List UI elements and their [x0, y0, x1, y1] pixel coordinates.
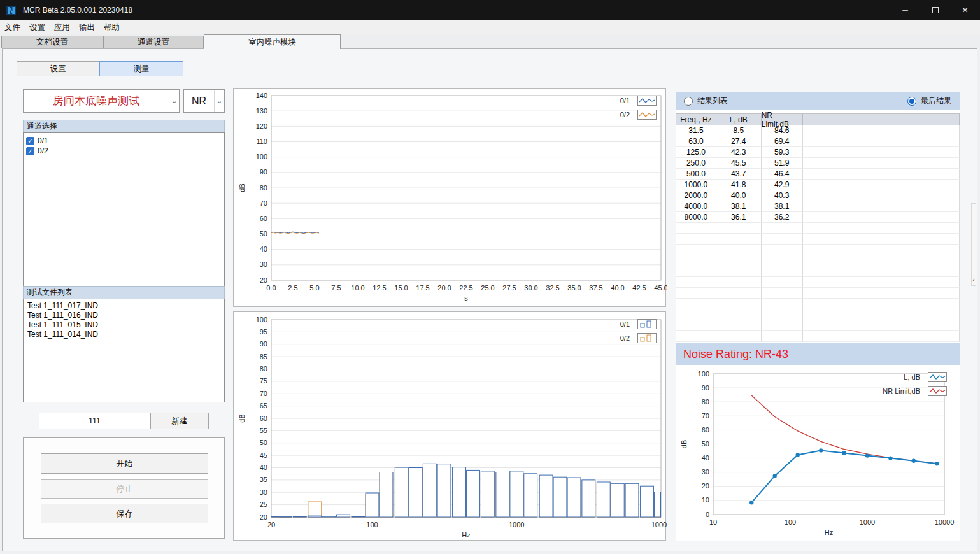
- file-list-item[interactable]: Test 1_111_016_IND: [24, 311, 224, 321]
- results-table: Freq., HzL, dBNR Limit,dB 31.58.584.663.…: [676, 113, 960, 341]
- table-header-cell: [897, 114, 960, 125]
- chevron-down-icon[interactable]: ⌄: [214, 90, 224, 112]
- close-icon: ✕: [962, 6, 968, 15]
- close-button[interactable]: ✕: [950, 0, 980, 20]
- channel-list: ✓0/1✓0/2: [23, 132, 225, 287]
- start-button[interactable]: 开始: [41, 453, 208, 474]
- svg-text:45: 45: [260, 451, 267, 459]
- file-name-input[interactable]: [39, 413, 150, 429]
- file-list-item[interactable]: Test 1_111_017_IND: [24, 302, 224, 311]
- channel-label: 0/2: [38, 146, 48, 155]
- radio-last-result[interactable]: 最后结果: [907, 96, 951, 106]
- menu-item-apply[interactable]: 应用: [50, 20, 75, 34]
- minimize-button[interactable]: ─: [890, 0, 920, 20]
- svg-text:10000: 10000: [935, 518, 955, 526]
- table-row: [676, 288, 960, 299]
- svg-text:32.5: 32.5: [546, 284, 559, 292]
- radio-label: 最后结果: [921, 96, 951, 106]
- svg-text:85: 85: [260, 353, 267, 360]
- legend-entry: 0/2: [620, 110, 657, 120]
- table-cell: [716, 277, 762, 288]
- chevron-left-icon: ‹: [972, 276, 975, 283]
- table-cell: [762, 255, 803, 266]
- svg-text:20: 20: [702, 482, 709, 490]
- channel-item[interactable]: ✓0/2: [24, 145, 224, 155]
- stop-button[interactable]: 停止: [41, 479, 208, 499]
- svg-text:1000: 1000: [509, 521, 524, 529]
- table-cell: [716, 320, 762, 331]
- svg-text:2.5: 2.5: [288, 284, 297, 292]
- svg-text:50: 50: [260, 230, 267, 238]
- svg-text:120: 120: [256, 122, 267, 130]
- table-header-cell: L, dB: [716, 114, 762, 125]
- svg-text:60: 60: [260, 415, 267, 422]
- table-cell: [897, 147, 960, 158]
- table-body: 31.58.584.663.027.469.4125.042.359.3250.…: [676, 125, 960, 342]
- checkbox-icon[interactable]: ✓: [26, 137, 34, 145]
- new-button[interactable]: 新建: [150, 413, 209, 429]
- menu-item-output[interactable]: 输出: [75, 20, 99, 34]
- main-tab-3[interactable]: 室内噪声模块: [204, 34, 341, 49]
- svg-text:100: 100: [698, 370, 709, 378]
- svg-text:dB: dB: [238, 183, 246, 192]
- chevron-down-icon[interactable]: ⌄: [169, 90, 179, 112]
- radio-result-list[interactable]: 结果列表: [684, 96, 728, 106]
- save-button[interactable]: 保存: [41, 504, 208, 523]
- table-cell: [803, 320, 898, 331]
- file-list-item[interactable]: Test 1_111_014_IND: [24, 330, 224, 340]
- svg-text:25: 25: [260, 501, 267, 508]
- table-header-cell: [803, 114, 898, 125]
- table-row: 4000.038.138.1: [676, 201, 960, 212]
- tab-settings[interactable]: 设置: [17, 61, 99, 76]
- menu-item-help[interactable]: 帮助: [99, 20, 124, 34]
- main-tab-2[interactable]: 通道设置: [103, 36, 204, 48]
- file-list-header: 测试文件列表: [23, 286, 225, 299]
- table-cell: 8000.0: [676, 212, 716, 223]
- result-view-selector: 结果列表 最后结果: [676, 92, 960, 110]
- menu-item-file[interactable]: 文件: [0, 20, 25, 34]
- table-cell: [897, 169, 960, 180]
- test-name-combo[interactable]: 房间本底噪声测试 ⌄: [23, 89, 180, 113]
- table-cell: [676, 266, 716, 277]
- radio-label: 结果列表: [697, 96, 728, 106]
- menu-item-settings[interactable]: 设置: [25, 20, 50, 34]
- table-cell: 38.1: [716, 201, 762, 212]
- rating-type-combo[interactable]: NR ⌄: [183, 89, 225, 113]
- window-controls: ─ ✕: [890, 0, 980, 20]
- table-cell: [803, 136, 898, 147]
- svg-text:10: 10: [709, 518, 717, 526]
- channel-item[interactable]: ✓0/1: [24, 135, 224, 145]
- svg-text:100: 100: [785, 518, 796, 526]
- legend-swatch: [928, 372, 947, 382]
- table-cell: [676, 245, 716, 255]
- main-tab-1[interactable]: 文档设置: [1, 36, 103, 48]
- results-panel: 结果列表 最后结果 Freq., HzL, dBNR Limit,dB 31.5…: [676, 92, 960, 541]
- svg-text:22.5: 22.5: [459, 284, 472, 292]
- table-row: [676, 277, 960, 288]
- tab-measurement[interactable]: 测量: [99, 61, 183, 76]
- table-cell: [897, 309, 960, 320]
- table-cell: [897, 201, 960, 212]
- checkbox-icon[interactable]: ✓: [26, 147, 34, 155]
- table-cell: [897, 180, 960, 190]
- svg-text:12.5: 12.5: [373, 284, 386, 292]
- file-list-item[interactable]: Test 1_111_015_IND: [24, 321, 224, 330]
- table-cell: [897, 223, 960, 234]
- spectrum-plot: 2025303540455055606570758085909510020100…: [234, 312, 667, 544]
- test-file-list: Test 1_111_017_INDTest 1_111_016_INDTest…: [23, 299, 225, 402]
- svg-text:60: 60: [260, 215, 267, 222]
- table-row: [676, 234, 960, 245]
- table-cell: [762, 223, 803, 234]
- table-row: 125.042.359.3: [676, 147, 960, 158]
- table-cell: [676, 277, 716, 288]
- svg-text:7.5: 7.5: [331, 284, 341, 292]
- table-row: 250.045.551.9: [676, 158, 960, 169]
- table-cell: [897, 288, 960, 299]
- panel-collapse-handle[interactable]: ‹: [971, 203, 976, 286]
- svg-text:0.0: 0.0: [266, 284, 276, 292]
- svg-text:27.5: 27.5: [502, 284, 516, 292]
- svg-text:100: 100: [256, 153, 267, 160]
- table-cell: 63.0: [676, 136, 716, 147]
- svg-text:5.0: 5.0: [309, 284, 319, 292]
- maximize-button[interactable]: [920, 0, 950, 20]
